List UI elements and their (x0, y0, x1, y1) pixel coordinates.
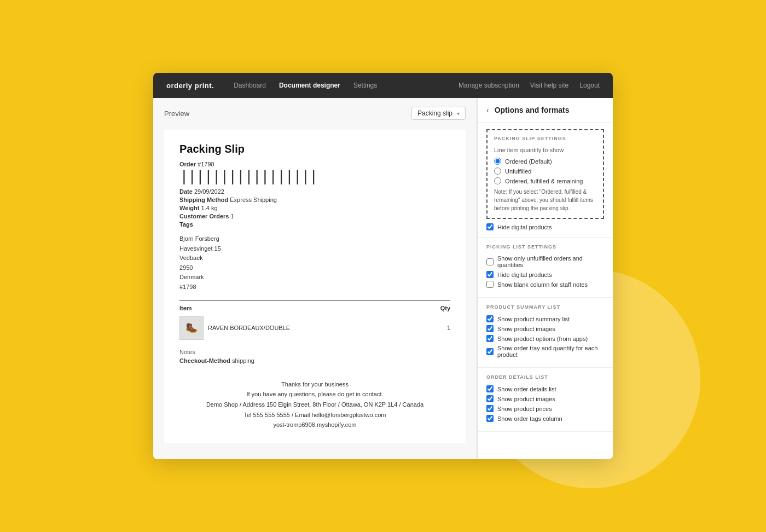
radio-unfulfilled-label: Unfulfilled (505, 168, 531, 175)
app-window: orderly print. Dashboard Document design… (153, 73, 613, 459)
show-unfulfilled-label: Show only unfulfilled orders and quantit… (497, 255, 604, 268)
options-title: Options and formats (495, 106, 570, 114)
preview-panel: Preview Packing slip ▾ Packing Slip Orde… (153, 98, 477, 459)
show-order-details-label: Show order details list (497, 386, 556, 392)
shipping-field: Shipping Method Express Shipping (179, 196, 450, 203)
radio-ordered[interactable]: Ordered (Default) (494, 158, 596, 165)
preview-header: Preview Packing slip ▾ (164, 107, 466, 120)
doc-type-value: Packing slip (417, 109, 452, 117)
app-body: Preview Packing slip ▾ Packing Slip Orde… (153, 98, 613, 459)
show-product-images-summary-label: Show product images (497, 326, 555, 332)
show-order-tray-label: Show order tray and quantity for each pr… (497, 345, 604, 358)
item-name: RAVEN BORDEAUX/DOUBLE (208, 325, 290, 331)
item-qty: 1 (428, 314, 450, 342)
nav-manage-subscription[interactable]: Manage subscription (459, 82, 519, 89)
nav-document-designer[interactable]: Document designer (279, 82, 340, 89)
col-qty: Qty (428, 305, 450, 314)
dashed-settings-box: PACKING SLIP SETTINGS Line item quantity… (486, 129, 604, 219)
doc-type-select[interactable]: Packing slip ▾ (411, 107, 466, 120)
weight-field: Weight 1.4 kg (179, 205, 450, 211)
back-icon[interactable]: ‹ (486, 106, 489, 114)
show-product-images-order-label: Show product images (497, 396, 555, 402)
slip-divider (179, 300, 450, 300)
items-table: Item Qty 🥾 RAVEN BORDEAUX/DOUBLE (179, 305, 450, 342)
hide-digital-packing-label: Hide digital products (497, 224, 552, 230)
show-product-images-summary[interactable]: Show product images (486, 325, 604, 332)
show-product-prices-label: Show product prices (497, 406, 552, 412)
customer-orders-field: Customer Orders 1 (179, 213, 450, 219)
logo: orderly print. (166, 82, 214, 90)
hide-digital-picking-label: Hide digital products (497, 271, 552, 278)
barcode: ||||||||||||||||| (179, 170, 450, 185)
options-panel: ‹ Options and formats PACKING SLIP SETTI… (477, 98, 613, 459)
packing-slip-note: Note: If you select "Ordered, fulfilled … (494, 188, 596, 212)
checkout-method: Checkout-Method shipping (179, 357, 450, 364)
radio-ordered-fulfilled[interactable]: Ordered, fulfilled & remaining (494, 177, 596, 184)
nav-logout[interactable]: Logout (579, 82, 600, 89)
show-product-summary-label: Show product summary list (497, 316, 570, 322)
show-order-tags-label: Show order tags column (497, 415, 562, 422)
show-order-tags[interactable]: Show order tags column (486, 415, 604, 422)
order-field: Order #1798 (179, 161, 450, 167)
hide-digital-picking[interactable]: Hide digital products (486, 271, 604, 278)
picking-list-settings-section: PICKING LIST SETTINGS Show only unfulfil… (478, 238, 613, 298)
show-product-prices[interactable]: Show product prices (486, 405, 604, 412)
radio-ordered-label: Ordered (Default) (505, 158, 552, 165)
slip-footer: Thanks for your business If you have any… (179, 379, 450, 430)
tags-field: Tags (179, 221, 450, 228)
address-block: Bjorn Forsberg Havesvinget 15 Vedbaek 29… (179, 234, 450, 292)
nav-dashboard[interactable]: Dashboard (234, 82, 266, 89)
packing-slip-settings-title: PACKING SLIP SETTINGS (494, 136, 596, 141)
order-details-title: ORDER DETAILS LIST (486, 374, 604, 380)
product-summary-section: PRODUCT SUMMARY LIST Show product summar… (478, 298, 613, 368)
item-image: 🥾 (179, 316, 204, 340)
chevron-down-icon: ▾ (457, 111, 460, 117)
top-nav: orderly print. Dashboard Document design… (153, 73, 613, 98)
show-product-summary-list[interactable]: Show product summary list (486, 315, 604, 322)
packing-slip-settings-section: PACKING SLIP SETTINGS Line item quantity… (478, 123, 613, 238)
col-item: Item (179, 305, 428, 314)
preview-label: Preview (164, 109, 189, 118)
picking-list-title: PICKING LIST SETTINGS (486, 244, 604, 250)
radio-unfulfilled[interactable]: Unfulfilled (494, 167, 596, 175)
show-product-options-apps[interactable]: Show product options (from apps) (486, 335, 604, 342)
qty-label: Line item quantity to show (494, 147, 596, 153)
options-header: ‹ Options and formats (478, 98, 613, 123)
show-blank-label: Show blank column for staff notes (497, 281, 588, 288)
slip-title: Packing Slip (179, 143, 450, 155)
show-order-details-list[interactable]: Show order details list (486, 385, 604, 392)
show-blank-column[interactable]: Show blank column for staff notes (486, 281, 604, 288)
show-order-tray[interactable]: Show order tray and quantity for each pr… (486, 345, 604, 358)
product-summary-title: PRODUCT SUMMARY LIST (486, 304, 604, 310)
nav-settings[interactable]: Settings (353, 82, 377, 89)
packing-slip-document: Packing Slip Order #1798 |||||||||||||||… (164, 130, 466, 443)
show-product-images-order[interactable]: Show product images (486, 395, 604, 402)
hide-digital-packing[interactable]: Hide digital products (486, 223, 604, 230)
notes-label: Notes (179, 349, 450, 355)
radio-ordered-fulfilled-label: Ordered, fulfilled & remaining (505, 178, 583, 184)
date-field: Date 29/09/2022 (179, 188, 450, 195)
order-details-section: ORDER DETAILS LIST Show order details li… (478, 368, 613, 432)
show-unfulfilled-orders[interactable]: Show only unfulfilled orders and quantit… (486, 255, 604, 268)
nav-right: Manage subscription Visit help site Logo… (459, 82, 600, 89)
table-row: 🥾 RAVEN BORDEAUX/DOUBLE 1 (179, 314, 450, 342)
nav-visit-help[interactable]: Visit help site (530, 82, 568, 89)
show-product-options-label: Show product options (from apps) (497, 336, 588, 342)
